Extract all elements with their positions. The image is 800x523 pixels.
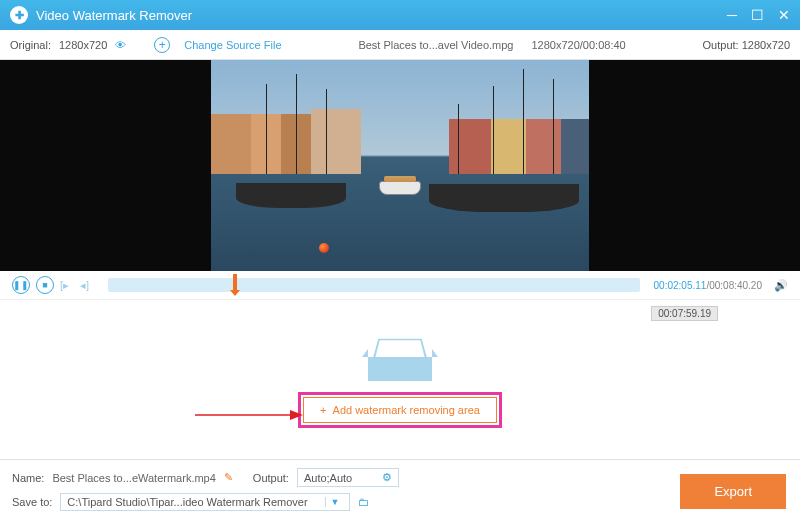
original-resolution: 1280x720 <box>59 39 107 51</box>
saveto-value: C:\Tipard Studio\Tipar...ideo Watermark … <box>67 496 307 508</box>
svg-marker-1 <box>290 410 303 420</box>
output-label: Output: <box>703 39 739 51</box>
add-watermark-label: Add watermark removing area <box>333 404 480 416</box>
app-title: Video Watermark Remover <box>36 8 192 23</box>
output-format-select[interactable]: Auto;Auto ⚙ <box>297 468 399 487</box>
output-format-value: Auto;Auto <box>304 472 352 484</box>
change-source-button[interactable]: Change Source File <box>184 39 281 51</box>
current-filename: Best Places to...avel Video.mpg <box>358 39 513 51</box>
saveto-label: Save to: <box>12 496 52 508</box>
watermark-drop-area: 00:07:59.19 + Add watermark removing are… <box>0 299 800 459</box>
output-settings-icon[interactable]: ⚙ <box>382 471 392 484</box>
toolbar: Original: 1280x720 👁 + Change Source Fil… <box>0 30 800 60</box>
stop-button[interactable]: ■ <box>36 276 54 294</box>
file-resolution-duration: 1280x720/00:08:40 <box>531 39 625 51</box>
video-frame <box>211 60 589 271</box>
output-resolution: 1280x720 <box>742 39 790 51</box>
annotation-arrow-icon <box>195 405 305 425</box>
preview-toggle-icon[interactable]: 👁 <box>115 39 126 51</box>
app-logo-icon: ✚ <box>10 6 28 24</box>
maximize-button[interactable]: ☐ <box>751 7 764 23</box>
timeline-scrubber[interactable] <box>108 278 640 292</box>
current-time: 00:02:05.11 <box>654 280 707 291</box>
saveto-dropdown-icon[interactable]: ▼ <box>325 497 343 507</box>
mark-out-button[interactable]: ◂] <box>80 279 94 292</box>
add-watermark-area-button[interactable]: + Add watermark removing area <box>303 397 497 423</box>
close-button[interactable]: ✕ <box>778 7 790 23</box>
minimize-button[interactable]: ─ <box>727 7 737 23</box>
open-folder-icon[interactable]: 🗀 <box>358 496 369 508</box>
export-button[interactable]: Export <box>680 474 786 509</box>
playback-controls: ❚❚ ■ [▸ ◂] 00:02:05.11 /00:08:40.20 🔊 <box>0 271 800 299</box>
titlebar: ✚ Video Watermark Remover ─ ☐ ✕ <box>0 0 800 30</box>
timestamp-badge: 00:07:59.19 <box>651 306 718 321</box>
pause-button[interactable]: ❚❚ <box>12 276 30 294</box>
output-format-label: Output: <box>253 472 289 484</box>
inbox-icon <box>368 337 432 381</box>
total-time: /00:08:40.20 <box>706 280 762 291</box>
edit-name-icon[interactable]: ✎ <box>224 471 233 484</box>
original-label: Original: <box>10 39 51 51</box>
name-label: Name: <box>12 472 44 484</box>
plus-icon: + <box>320 404 326 416</box>
video-preview[interactable] <box>0 60 800 271</box>
add-source-icon[interactable]: + <box>154 37 170 53</box>
playhead-marker[interactable] <box>230 274 240 284</box>
name-value: Best Places to...eWatermark.mp4 <box>52 472 215 484</box>
saveto-path-select[interactable]: C:\Tipard Studio\Tipar...ideo Watermark … <box>60 493 350 511</box>
volume-icon[interactable]: 🔊 <box>774 279 788 292</box>
mark-in-button[interactable]: [▸ <box>60 279 74 292</box>
